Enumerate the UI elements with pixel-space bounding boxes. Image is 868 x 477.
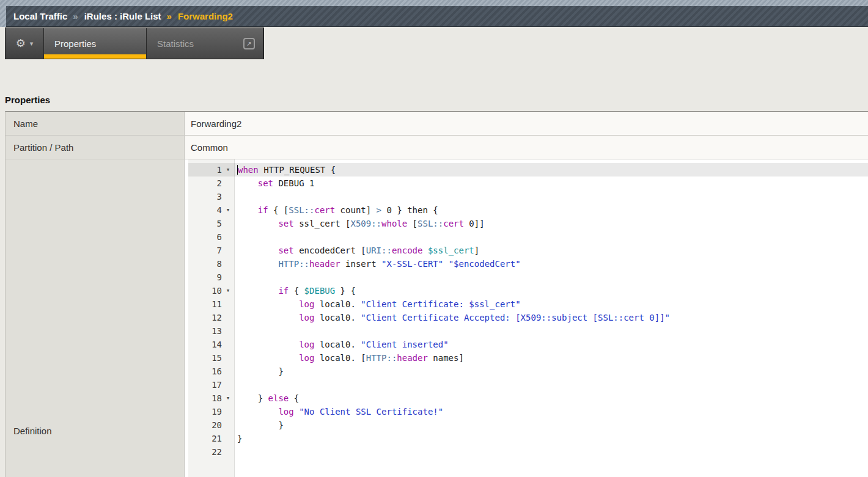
breadcrumb-section[interactable]: Local Traffic <box>13 11 67 21</box>
line-number: 10 <box>188 284 222 297</box>
code-line[interactable]: 4▾ if { [SSL::cert count] > 0 } then { <box>188 203 868 217</box>
code-line[interactable]: 1▾when HTTP_REQUEST { <box>188 163 868 177</box>
name-label: Name <box>13 118 38 129</box>
table-row-name: Name Forwarding2 <box>6 112 868 136</box>
code-token: log <box>299 313 314 322</box>
code-token: "$encodedCert" <box>449 259 521 269</box>
fold-spacer <box>222 177 234 190</box>
line-number: 9 <box>188 271 222 284</box>
code-line[interactable]: 5 set ssl_cert [X509::whole [SSL::cert 0… <box>188 217 868 230</box>
line-number: 21 <box>188 432 222 445</box>
code-token: cert <box>443 219 464 228</box>
code-token: local0. <box>314 313 361 322</box>
fold-arrow-icon[interactable]: ▾ <box>222 391 234 405</box>
code-line[interactable]: 15 log local0. [HTTP::header names] <box>188 351 868 365</box>
gear-icon: ⚙ <box>16 38 26 49</box>
code-token: X509:: <box>350 219 381 228</box>
code-token <box>237 340 299 349</box>
breadcrumb-path[interactable]: iRules : iRule List <box>84 11 161 21</box>
line-number: 4 <box>188 203 222 217</box>
code-line[interactable]: 22 <box>188 445 868 459</box>
code-token: HTTP_REQUEST { <box>259 165 336 175</box>
table-row-partition: Partition / Path Common <box>6 136 868 159</box>
line-number: 6 <box>188 230 222 244</box>
code-token: HTTP:: <box>278 259 309 269</box>
breadcrumb: Local Traffic » iRules : iRule List » Fo… <box>6 6 868 27</box>
line-number: 2 <box>188 177 222 190</box>
fold-arrow-icon[interactable]: ▾ <box>222 203 234 217</box>
fold-spacer <box>222 365 234 378</box>
code-editor-lines: 1▾when HTTP_REQUEST {2 set DEBUG 134▾ if… <box>188 163 868 459</box>
code-token: insert <box>340 259 381 269</box>
code-editor[interactable]: 1▾when HTTP_REQUEST {2 set DEBUG 134▾ if… <box>188 159 868 477</box>
line-number: 13 <box>188 324 222 338</box>
options-gear-button[interactable]: ⚙ ▾ <box>6 28 44 59</box>
code-line[interactable]: 19 log "No Client SSL Certificate!" <box>188 405 868 418</box>
code-line[interactable]: 18▾ } else { <box>188 391 868 405</box>
code-token <box>237 259 278 269</box>
fold-spacer <box>222 378 234 391</box>
code-token: } <box>237 393 268 403</box>
fold-spacer <box>222 324 234 338</box>
breadcrumb-current-page: Forwarding2 <box>178 11 233 21</box>
fold-spacer <box>222 230 234 244</box>
code-token <box>294 407 299 417</box>
code-text: } else { <box>237 391 299 405</box>
fold-spacer <box>222 244 234 257</box>
line-number: 16 <box>188 365 222 378</box>
code-token: ] <box>474 246 479 255</box>
code-token: names] <box>428 353 464 363</box>
definition-label: Definition <box>13 426 52 436</box>
code-line[interactable]: 16 } <box>188 365 868 378</box>
tab-statistics-label: Statistics <box>157 38 194 49</box>
tab-statistics[interactable]: Statistics ↗ <box>147 28 263 59</box>
code-line[interactable]: 12 log local0. "Client Certificate Accep… <box>188 311 868 324</box>
partition-value-text: Common <box>191 142 228 153</box>
tab-properties[interactable]: Properties <box>44 28 147 59</box>
code-token <box>237 299 299 309</box>
code-token: { <box>289 286 304 296</box>
code-token: log <box>299 340 314 349</box>
code-token: header <box>397 353 428 363</box>
breadcrumb-separator-icon: » <box>73 11 78 21</box>
code-token: header <box>309 259 340 269</box>
code-line[interactable]: 6 <box>188 230 868 244</box>
partition-label: Partition / Path <box>13 142 73 153</box>
code-line[interactable]: 7 set encodedCert [URI::encode $ssl_cert… <box>188 244 868 257</box>
code-line[interactable]: 10▾ if { $DEBUG } { <box>188 284 868 297</box>
code-line[interactable]: 14 log local0. "Client inserted" <box>188 338 868 351</box>
code-token: "Client Certificate: $ssl_cert" <box>361 299 520 309</box>
code-token: } <box>237 366 284 376</box>
line-number: 1 <box>188 163 222 177</box>
code-line[interactable]: 13 <box>188 324 868 338</box>
code-line[interactable]: 20 } <box>188 418 868 432</box>
fold-spacer <box>222 445 234 459</box>
code-line[interactable]: 9 <box>188 271 868 284</box>
code-line[interactable]: 3 <box>188 190 868 203</box>
code-token <box>237 178 258 188</box>
line-number: 18 <box>188 391 222 405</box>
code-token <box>237 353 299 363</box>
row-label: Partition / Path <box>6 136 185 159</box>
definition-editor-cell: 1▾when HTTP_REQUEST {2 set DEBUG 134▾ if… <box>185 159 868 477</box>
line-number: 3 <box>188 190 222 203</box>
code-text: } <box>237 365 284 378</box>
code-token: HTTP:: <box>366 353 397 363</box>
code-line[interactable]: 8 HTTP::header insert "X-SSL-CERT" "$enc… <box>188 257 868 271</box>
code-line[interactable]: 21} <box>188 432 868 445</box>
code-line[interactable]: 11 log local0. "Client Certificate: $ssl… <box>188 297 868 311</box>
code-text: set encodedCert [URI::encode $ssl_cert] <box>237 244 479 257</box>
code-token: set <box>258 178 273 188</box>
fold-arrow-icon[interactable]: ▾ <box>222 163 234 177</box>
code-token: count] <box>335 205 376 215</box>
code-line[interactable]: 17 <box>188 378 868 391</box>
code-line[interactable]: 2 set DEBUG 1 <box>188 177 868 190</box>
code-token: [ <box>407 219 417 228</box>
chevron-down-icon: ▾ <box>30 40 34 47</box>
fold-spacer <box>222 297 234 311</box>
code-token: { [ <box>268 205 289 215</box>
fold-arrow-icon[interactable]: ▾ <box>222 284 234 297</box>
code-token: "Client Certificate Accepted: [X509::sub… <box>361 313 670 322</box>
code-token: cert <box>314 205 335 215</box>
code-token: encodedCert [ <box>294 246 366 255</box>
